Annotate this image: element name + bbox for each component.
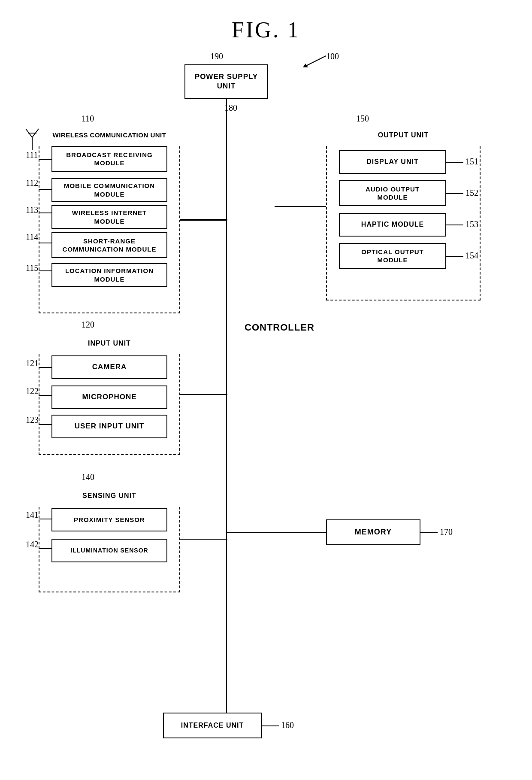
line-wc-ctrl bbox=[180, 220, 226, 221]
label-123: 123 bbox=[26, 415, 39, 425]
line-153 bbox=[446, 225, 463, 225]
line-122 bbox=[39, 395, 51, 396]
line-142 bbox=[39, 548, 51, 549]
input-unit-label: INPUT UNIT bbox=[39, 333, 180, 354]
audio-output-box: AUDIO OUTPUT MODULE bbox=[339, 180, 446, 206]
label-120: 120 bbox=[82, 320, 94, 330]
line-ctrl-interface bbox=[226, 674, 227, 713]
diagram: FIG. 1 190 POWER SUPPLY UNIT 100 180 110… bbox=[0, 0, 532, 780]
label-142: 142 bbox=[26, 540, 39, 549]
line-111 bbox=[39, 159, 51, 160]
label-160: 160 bbox=[281, 720, 294, 730]
line-input-controller bbox=[180, 394, 227, 395]
label-110: 110 bbox=[82, 114, 94, 124]
line-154 bbox=[446, 256, 463, 257]
sensing-unit-label: SENSING UNIT bbox=[39, 485, 180, 507]
broadcast-box: BROADCAST RECEIVING MODULE bbox=[51, 146, 167, 172]
label-170: 170 bbox=[440, 527, 453, 537]
interface-unit-box: INTERFACE UNIT bbox=[163, 713, 262, 738]
line-sensing-controller bbox=[180, 539, 227, 540]
short-range-box: SHORT-RANGE COMMUNICATION MODULE bbox=[51, 232, 167, 258]
camera-box: CAMERA bbox=[51, 355, 167, 379]
line-ctrl-memory bbox=[227, 532, 326, 533]
label-141: 141 bbox=[26, 510, 39, 520]
line-152 bbox=[446, 193, 463, 194]
mobile-comm-box: MOBILE COMMUNICATION MODULE bbox=[51, 178, 167, 202]
label-122: 122 bbox=[26, 386, 39, 396]
line-160 bbox=[262, 725, 279, 726]
label-152: 152 bbox=[466, 188, 478, 198]
label-190: 190 bbox=[210, 52, 223, 61]
line-123 bbox=[39, 424, 51, 425]
illumination-sensor-box: ILLUMINATION SENSOR bbox=[51, 539, 167, 562]
line-151 bbox=[446, 162, 463, 163]
optical-output-box: OPTICAL OUTPUT MODULE bbox=[339, 243, 446, 269]
line-115 bbox=[39, 270, 51, 271]
proximity-sensor-box: PROXIMITY SENSOR bbox=[51, 508, 167, 531]
label-115: 115 bbox=[26, 263, 38, 273]
figure-title: FIG. 1 bbox=[0, 0, 532, 42]
location-info-box: LOCATION INFORMATION MODULE bbox=[51, 263, 167, 287]
user-input-box: USER INPUT UNIT bbox=[51, 415, 167, 438]
output-unit-label: OUTPUT UNIT bbox=[326, 124, 481, 146]
arrow-100 bbox=[296, 52, 330, 69]
antenna-icon bbox=[24, 127, 41, 152]
line-170 bbox=[420, 532, 438, 533]
label-153: 153 bbox=[466, 219, 478, 229]
label-150: 150 bbox=[356, 114, 369, 124]
haptic-module-box: HAPTIC MODULE bbox=[339, 213, 446, 237]
label-154: 154 bbox=[466, 251, 478, 261]
line-121 bbox=[39, 367, 51, 368]
line-ps-ctrl bbox=[226, 99, 227, 118]
label-112: 112 bbox=[26, 178, 38, 188]
power-supply-box: POWER SUPPLY UNIT bbox=[184, 64, 268, 99]
label-114: 114 bbox=[26, 232, 38, 242]
line-112 bbox=[39, 189, 51, 190]
line-output-controller bbox=[275, 206, 326, 207]
label-121: 121 bbox=[26, 358, 39, 368]
wireless-internet-box: WIRELESS INTERNET MODULE bbox=[51, 205, 167, 229]
label-151: 151 bbox=[466, 157, 478, 167]
line-114 bbox=[39, 243, 51, 243]
controller-label: CONTROLLER bbox=[245, 322, 314, 333]
svg-line-0 bbox=[305, 56, 326, 67]
line-113 bbox=[39, 212, 51, 213]
microphone-box: MICROPHONE bbox=[51, 385, 167, 409]
controller-spine bbox=[226, 116, 227, 674]
line-141 bbox=[39, 519, 51, 519]
display-unit-box: DISPLAY UNIT bbox=[339, 150, 446, 174]
memory-box: MEMORY bbox=[326, 519, 420, 545]
wireless-comm-label: WIRELESS COMMUNICATION UNIT bbox=[39, 124, 180, 146]
label-140: 140 bbox=[82, 472, 94, 482]
label-113: 113 bbox=[26, 205, 38, 215]
line-to-interface bbox=[163, 713, 227, 713]
